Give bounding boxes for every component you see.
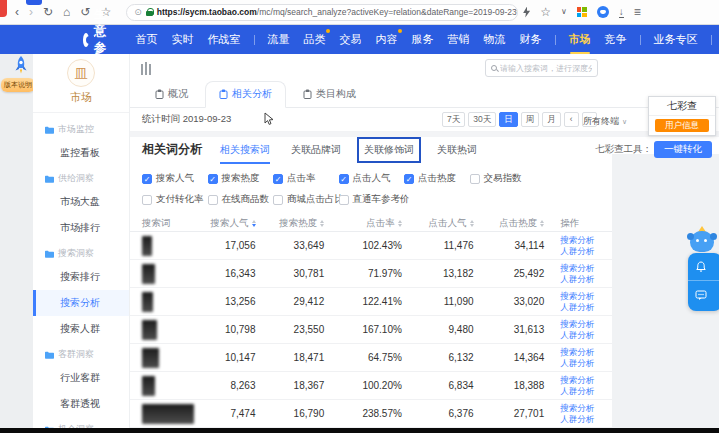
prev-period-button[interactable]: ‹ — [564, 112, 579, 127]
filter-checkbox[interactable]: ✓点击人气 — [339, 172, 405, 185]
flash-plugin-icon[interactable] — [523, 7, 530, 18]
checkbox-checked-icon[interactable]: ✓ — [273, 174, 283, 184]
nav-item[interactable]: 作战室 — [208, 32, 241, 47]
terminal-dropdown[interactable]: 所有终端 ∨ — [583, 115, 627, 128]
favorite-star-icon[interactable]: ☆ — [540, 6, 551, 18]
tab-item[interactable]: 概况 — [142, 82, 201, 107]
nav-item[interactable]: 实时 — [172, 32, 194, 47]
filter-checkbox[interactable]: ✓点击热度 — [404, 172, 470, 185]
action-link[interactable]: 人群分析 — [560, 358, 594, 368]
nav-item[interactable]: 物流 — [484, 32, 506, 47]
collapse-handle-icon[interactable] — [141, 62, 151, 75]
sidebar-item[interactable]: 市场大盘 — [33, 189, 129, 215]
keyword-search-box[interactable] — [485, 59, 598, 77]
home-icon[interactable]: ⌂ — [63, 6, 70, 18]
market-module-icon: 皿 — [67, 59, 95, 87]
checkbox-unchecked-icon[interactable] — [273, 195, 283, 205]
browser-menu-icon[interactable]: ≡ — [634, 6, 641, 18]
convert-button[interactable]: 一键转化 — [654, 141, 712, 158]
download-icon[interactable]: ↓ — [619, 7, 624, 18]
search-input[interactable] — [500, 64, 592, 73]
sidebar-item[interactable]: 客群透视 — [33, 391, 129, 417]
column-header[interactable]: 点击率 — [324, 217, 402, 230]
mascot-icon[interactable] — [689, 226, 715, 254]
filter-checkbox[interactable]: 商城点击占比 — [273, 193, 339, 206]
forward-icon[interactable]: › — [29, 6, 33, 18]
subtab[interactable]: 关联品牌词 — [291, 143, 341, 157]
date-range-button[interactable]: 周 — [521, 112, 540, 127]
tab-item[interactable]: 类目构成 — [290, 82, 369, 107]
checkbox-checked-icon[interactable]: ✓ — [339, 174, 349, 184]
user-info-badge[interactable]: 用户信息 — [655, 119, 709, 132]
chat-icon[interactable] — [688, 281, 719, 309]
reader-mode-icon[interactable]: ⊙ — [134, 7, 142, 17]
bell-icon[interactable] — [688, 253, 719, 281]
nav-item[interactable]: 竞争 — [605, 32, 627, 47]
messenger-extension-icon[interactable] — [597, 6, 609, 18]
filter-checkbox[interactable]: ✓点击率 — [273, 172, 339, 185]
checkbox-checked-icon[interactable]: ✓ — [142, 174, 152, 184]
subtab[interactable]: 关联热词 — [437, 143, 477, 157]
filter-checkbox[interactable]: 在线商品数 — [208, 193, 274, 206]
nav-item[interactable]: 首页 — [136, 32, 158, 47]
sidebar-item[interactable]: 搜索排行 — [33, 264, 129, 290]
apps-grid-icon[interactable] — [577, 7, 587, 17]
checkbox-unchecked-icon[interactable] — [470, 174, 480, 184]
nav-item[interactable]: 服务 — [412, 32, 434, 47]
column-header[interactable]: 搜索人气 — [202, 217, 256, 230]
nav-item[interactable]: 业务专区 — [654, 32, 698, 47]
action-link[interactable]: 搜索分析 — [560, 375, 594, 385]
sort-icon[interactable] — [540, 220, 544, 227]
refresh-icon[interactable]: ↻ — [43, 6, 53, 18]
subtab[interactable]: 相关搜索词 — [220, 143, 270, 157]
action-link[interactable]: 搜索分析 — [560, 235, 594, 245]
sidebar-item[interactable]: 市场排行 — [33, 215, 129, 241]
sidebar-item[interactable]: 行业客群 — [33, 365, 129, 391]
sidebar-item[interactable]: 监控看板 — [33, 140, 129, 166]
filter-checkbox[interactable]: ✓搜索热度 — [208, 172, 274, 185]
subtab[interactable]: 关联修饰词 — [357, 137, 421, 163]
checkbox-checked-icon[interactable]: ✓ — [404, 174, 414, 184]
column-header[interactable]: 点击热度 — [474, 217, 545, 230]
address-bar[interactable]: ⊙ https://sycm.taobao.com/mc/mq/search_a… — [126, 4, 518, 21]
checkbox-unchecked-icon[interactable] — [339, 195, 349, 205]
nav-item[interactable]: 内容 — [376, 32, 398, 47]
nav-item[interactable]: 财务 — [520, 32, 542, 47]
filter-checkbox[interactable]: 支付转化率 — [142, 193, 208, 206]
date-range-button[interactable]: 30天 — [468, 112, 496, 127]
back-icon[interactable]: ‹ — [15, 6, 19, 18]
extension-menu-item[interactable]: 用户信息 — [649, 116, 715, 135]
action-link[interactable]: 人群分析 — [560, 246, 594, 256]
toolbar-chevron-icon[interactable]: ∨ — [561, 8, 567, 16]
action-link[interactable]: 人群分析 — [560, 414, 594, 424]
action-link[interactable]: 人群分析 — [560, 386, 594, 396]
checkbox-unchecked-icon[interactable] — [208, 195, 218, 205]
action-link[interactable]: 搜索分析 — [560, 347, 594, 357]
action-link[interactable]: 搜索分析 — [560, 403, 594, 413]
filter-checkbox[interactable]: 交易指数 — [470, 172, 536, 185]
column-header[interactable]: 搜索热度 — [256, 217, 325, 230]
filter-checkbox[interactable]: 直通车参考价 — [339, 193, 405, 206]
action-link[interactable]: 人群分析 — [560, 302, 594, 312]
tab-item[interactable]: 相关分析 — [205, 81, 286, 108]
nav-item[interactable]: 交易 — [340, 32, 362, 47]
action-link[interactable]: 搜索分析 — [560, 319, 594, 329]
action-link[interactable]: 人群分析 — [560, 330, 594, 340]
action-link[interactable]: 人群分析 — [560, 274, 594, 284]
sidebar-item[interactable]: 搜索分析 — [33, 290, 129, 316]
sidebar-item[interactable]: 搜索人群 — [33, 316, 129, 342]
date-range-button[interactable]: 月 — [542, 112, 561, 127]
nav-item[interactable]: 品类 — [304, 32, 326, 47]
date-range-button[interactable]: 7天 — [442, 112, 465, 127]
checkbox-checked-icon[interactable]: ✓ — [208, 174, 218, 184]
checkbox-unchecked-icon[interactable] — [142, 195, 152, 205]
action-link[interactable]: 搜索分析 — [560, 263, 594, 273]
extension-menu-item[interactable]: 七彩查 — [649, 97, 715, 116]
action-link[interactable]: 搜索分析 — [560, 291, 594, 301]
filter-checkbox[interactable]: ✓搜索人气 — [142, 172, 208, 185]
nav-item[interactable]: 市场 — [569, 32, 591, 47]
nav-item[interactable]: 流量 — [268, 32, 290, 47]
column-header[interactable]: 点击人气 — [402, 217, 474, 230]
date-range-button[interactable]: 日 — [499, 112, 518, 127]
nav-item[interactable]: 营销 — [448, 32, 470, 47]
